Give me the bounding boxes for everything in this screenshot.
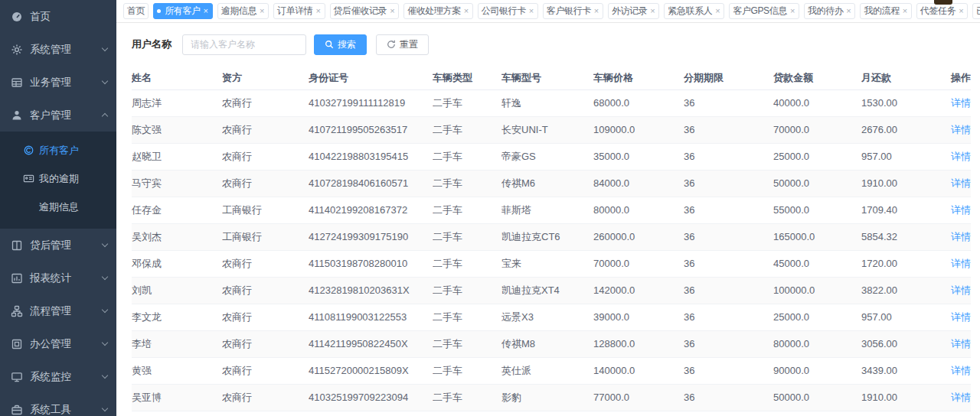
cell-installment-term: 36	[684, 170, 773, 197]
tab-customer-bank-card[interactable]: 客户银行卡×	[543, 3, 603, 19]
detail-link[interactable]: 详情	[951, 284, 971, 296]
tab-company-bank-card[interactable]: 公司银行卡×	[478, 3, 538, 19]
main-content: 用户名称 搜索 重置 姓名资方身份证	[116, 24, 980, 416]
sidebar-item-system-monitor[interactable]: 系统监控	[0, 360, 116, 393]
cell-funder: 农商行	[222, 357, 309, 384]
cell-loan-amount: 55000.0	[773, 197, 861, 223]
tab-overdue-info[interactable]: 逾期信息×	[217, 3, 269, 19]
tab-all-customers[interactable]: 所有客户×	[153, 3, 212, 19]
table-row: 李培农商行41142119950822450X二手车传祺M8128800.036…	[132, 330, 971, 357]
close-icon[interactable]: ×	[649, 7, 655, 15]
chevron-down-icon	[102, 307, 108, 313]
search-icon	[325, 40, 334, 49]
reset-button[interactable]: 重置	[376, 34, 429, 55]
detail-link[interactable]: 详情	[951, 392, 971, 403]
detail-link[interactable]: 详情	[951, 124, 971, 135]
close-icon[interactable]: ×	[845, 7, 851, 15]
close-icon[interactable]: ×	[259, 7, 265, 15]
cell-vehicle-type: 二手车	[433, 277, 501, 304]
customer-name-input[interactable]	[182, 34, 306, 55]
cell-installment-term: 36	[684, 357, 773, 384]
tab-done-tasks[interactable]: 已办任务×	[972, 3, 980, 19]
sidebar-item-all-customers[interactable]: 所有客户	[0, 136, 116, 164]
detail-link[interactable]: 详情	[951, 258, 971, 269]
cell-installment-term: 36	[684, 116, 773, 143]
detail-link[interactable]: 详情	[951, 311, 971, 323]
close-icon[interactable]: ×	[528, 7, 534, 15]
tab-collection-plan[interactable]: 催收处理方案×	[403, 3, 473, 19]
office-icon	[11, 338, 23, 350]
avatar[interactable]	[934, 0, 952, 5]
circle-c-icon	[23, 145, 34, 156]
cell-loan-amount: 45000.0	[773, 250, 861, 277]
cell-vehicle-price: 84000.0	[593, 170, 684, 197]
close-icon[interactable]: ×	[789, 7, 795, 15]
cell-monthly-payment: 2676.00	[861, 116, 949, 143]
tab-my-todo[interactable]: 我的待办×	[804, 3, 855, 19]
column-header-installment-term: 分期期限	[684, 67, 773, 89]
sidebar-item-home[interactable]: 首页	[0, 0, 116, 33]
tab-my-process[interactable]: 我的流程×	[860, 3, 911, 19]
detail-link[interactable]: 详情	[951, 177, 971, 189]
search-button[interactable]: 搜索	[314, 34, 367, 55]
tab-order-detail[interactable]: 订单详情×	[273, 3, 325, 19]
tab-sign-tasks[interactable]: 代签任务×	[916, 3, 968, 19]
sidebar-item-my-overdue[interactable]: 我的逾期	[0, 164, 116, 193]
detail-link[interactable]: 详情	[951, 365, 971, 376]
cell-loan-amount: 50000.0	[773, 170, 861, 197]
detail-link[interactable]: 详情	[951, 338, 971, 349]
tab-home[interactable]: 首页	[123, 3, 149, 19]
sidebar-item-report-stats[interactable]: 报表统计	[0, 262, 116, 294]
close-icon[interactable]: ×	[714, 7, 720, 15]
tab-emergency-contacts[interactable]: 紧急联系人×	[664, 3, 724, 19]
sidebar-item-label: 系统工具	[30, 403, 103, 416]
close-icon[interactable]: ×	[203, 7, 209, 15]
cell-name: 马守宾	[132, 170, 222, 197]
tab-customer-gps[interactable]: 客户GPS信息×	[729, 3, 799, 19]
tab-label: 我的待办	[808, 5, 843, 18]
cell-loan-amount: 165000.0	[773, 223, 861, 250]
sidebar-item-customer-mgmt[interactable]: 客户管理	[0, 99, 116, 132]
cell-loan-amount: 80000.0	[773, 330, 861, 357]
close-icon[interactable]: ×	[902, 7, 908, 15]
submenu-customer-mgmt: 所有客户我的逾期逾期信息	[0, 132, 116, 229]
tab-label: 紧急联系人	[668, 5, 712, 18]
cell-installment-term: 36	[684, 277, 773, 304]
cell-vehicle-model: 长安UNI-T	[501, 116, 593, 143]
cell-id-number: 410325199709223094	[309, 384, 433, 411]
sidebar-item-business-mgmt[interactable]: 业务管理	[0, 66, 116, 99]
detail-link[interactable]: 详情	[951, 204, 971, 216]
cell-vehicle-type: 二手车	[433, 250, 501, 277]
cell-action: 详情	[949, 170, 971, 197]
sidebar-item-overdue-info[interactable]: 逾期信息	[0, 193, 116, 221]
sidebar-item-system-mgmt[interactable]: 系统管理	[0, 33, 116, 66]
cell-action: 详情	[949, 330, 971, 357]
tab-label: 催收处理方案	[407, 5, 461, 18]
cell-vehicle-model: 凯迪拉克CT6	[501, 223, 593, 250]
sidebar-item-process-mgmt[interactable]: 流程管理	[0, 294, 116, 327]
cell-monthly-payment: 1530.00	[861, 89, 949, 116]
close-icon[interactable]: ×	[315, 7, 321, 15]
cell-id-number: 41152720000215809X	[309, 357, 433, 384]
column-header-action: 操作	[949, 67, 971, 89]
sidebar-item-postloan-mgmt[interactable]: 贷后管理	[0, 229, 116, 262]
close-icon[interactable]: ×	[463, 7, 469, 15]
cell-monthly-payment: 1910.00	[861, 384, 949, 411]
detail-link[interactable]: 详情	[951, 231, 971, 242]
cell-vehicle-model: 英仕派	[501, 357, 593, 384]
close-icon[interactable]: ×	[593, 7, 599, 15]
cell-vehicle-model: 传祺M6	[501, 170, 593, 197]
cell-installment-term: 36	[684, 143, 773, 170]
cell-monthly-payment: 957.00	[861, 304, 949, 330]
close-icon[interactable]: ×	[389, 7, 395, 15]
tab-postloan-collection-records[interactable]: 贷后催收记录×	[330, 3, 400, 19]
tab-visit-records[interactable]: 外访记录×	[608, 3, 659, 19]
cell-name: 吴刘杰	[132, 223, 222, 250]
sidebar-item-office-mgmt[interactable]: 办公管理	[0, 327, 116, 360]
cell-name: 赵晓卫	[132, 143, 222, 170]
close-icon[interactable]: ×	[958, 7, 964, 15]
detail-link[interactable]: 详情	[951, 151, 971, 162]
detail-link[interactable]: 详情	[951, 97, 971, 109]
sidebar-item-system-tools[interactable]: 系统工具	[0, 393, 116, 416]
sidebar-item-label: 贷后管理	[30, 239, 103, 252]
